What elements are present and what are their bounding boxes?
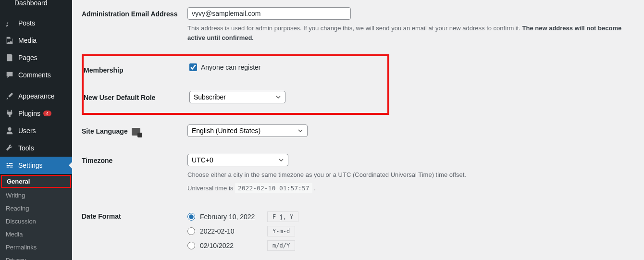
- date-format-label: February 10, 2022: [200, 213, 267, 221]
- settings-content: Administration Email Address This addres…: [72, 0, 644, 260]
- sidebar-label: Settings: [18, 161, 43, 169]
- brush-icon: [5, 91, 14, 101]
- date-format-code: m/d/Y: [267, 240, 295, 251]
- submenu-discussion[interactable]: Discussion: [0, 215, 72, 228]
- sidebar-label: Plugins: [18, 110, 40, 117]
- sliders-icon: [5, 161, 14, 170]
- submenu-writing[interactable]: Writing: [0, 189, 72, 202]
- membership-label: Membership: [84, 63, 189, 74]
- anyone-can-register-label: Anyone can register: [201, 63, 261, 71]
- sidebar-item-pages[interactable]: Pages: [0, 49, 72, 66]
- date-format-label: Date Format: [82, 210, 187, 253]
- admin-email-label: Administration Email Address: [82, 7, 187, 42]
- settings-submenu: General Writing Reading Discussion Media…: [0, 175, 72, 260]
- date-format-code: Y-m-d: [267, 226, 295, 236]
- sidebar-label: Comments: [18, 71, 51, 79]
- comment-icon: [5, 70, 14, 80]
- plug-icon: [5, 109, 14, 118]
- default-role-select[interactable]: Subscriber: [189, 91, 285, 103]
- sidebar-label: Tools: [18, 144, 34, 152]
- translate-icon: [132, 128, 140, 136]
- page-icon: [5, 53, 14, 62]
- submenu-media[interactable]: Media: [0, 228, 72, 241]
- anyone-can-register-checkbox[interactable]: [189, 63, 197, 71]
- sidebar-item-plugins[interactable]: Plugins 4: [0, 105, 72, 122]
- default-role-label: New User Default Role: [84, 91, 189, 103]
- sidebar-item-tools[interactable]: Tools: [0, 139, 72, 157]
- admin-sidebar: Dashboard Posts Media Pages Comments App…: [0, 0, 72, 260]
- date-format-option: February 10, 2022F j, Y: [187, 210, 634, 224]
- wrench-icon: [5, 143, 14, 153]
- sidebar-item-users[interactable]: Users: [0, 122, 72, 139]
- site-language-select[interactable]: English (United States): [187, 124, 308, 137]
- date-format-label: 02/10/2022: [200, 242, 267, 249]
- date-format-option: 02/10/2022m/d/Y: [187, 238, 634, 253]
- site-language-label: Site Language: [82, 124, 187, 137]
- sidebar-item-appearance[interactable]: Appearance: [0, 87, 72, 105]
- submenu-reading[interactable]: Reading: [0, 202, 72, 215]
- sidebar-item-settings[interactable]: Settings: [0, 157, 72, 174]
- date-format-option: 2022-02-10Y-m-d: [187, 224, 634, 238]
- date-format-radio[interactable]: [187, 242, 195, 249]
- date-format-options: February 10, 2022F j, Y2022-02-10Y-m-d02…: [187, 210, 634, 253]
- sidebar-item-media[interactable]: Media: [0, 32, 72, 49]
- media-icon: [5, 36, 14, 45]
- date-format-code: F j, Y: [267, 211, 298, 222]
- timezone-select[interactable]: UTC+0: [187, 154, 288, 166]
- submenu-general[interactable]: General: [1, 175, 71, 188]
- universal-time-row: Universal time is 2022-02-10 01:57:57 .: [187, 184, 634, 193]
- submenu-privacy[interactable]: Privacy: [0, 254, 72, 260]
- date-format-label: 2022-02-10: [200, 227, 267, 235]
- universal-time-value: 2022-02-10 01:57:57: [235, 183, 312, 193]
- sidebar-item-posts[interactable]: Posts: [0, 14, 72, 32]
- date-format-radio[interactable]: [187, 227, 195, 235]
- sidebar-label: Appearance: [18, 92, 55, 100]
- sidebar-item-comments[interactable]: Comments: [0, 66, 72, 84]
- highlight-membership-box: Membership Anyone can register New User …: [82, 54, 389, 115]
- sidebar-label: Dashboard: [14, 0, 48, 7]
- sidebar-label: Pages: [18, 54, 37, 62]
- sidebar-label: Posts: [18, 19, 35, 27]
- admin-email-input[interactable]: [187, 7, 351, 20]
- date-format-radio[interactable]: [187, 213, 195, 221]
- sidebar-item-dashboard[interactable]: Dashboard: [0, 0, 72, 11]
- timezone-description: Choose either a city in the same timezon…: [187, 170, 634, 180]
- sidebar-label: Users: [18, 127, 36, 135]
- sidebar-label: Media: [18, 37, 37, 44]
- user-icon: [5, 126, 14, 136]
- timezone-label: Timezone: [82, 154, 187, 193]
- admin-email-description: This address is used for admin purposes.…: [187, 24, 634, 42]
- plugins-badge: 4: [43, 111, 51, 116]
- submenu-permalinks[interactable]: Permalinks: [0, 241, 72, 254]
- pushpin-icon: [5, 18, 14, 28]
